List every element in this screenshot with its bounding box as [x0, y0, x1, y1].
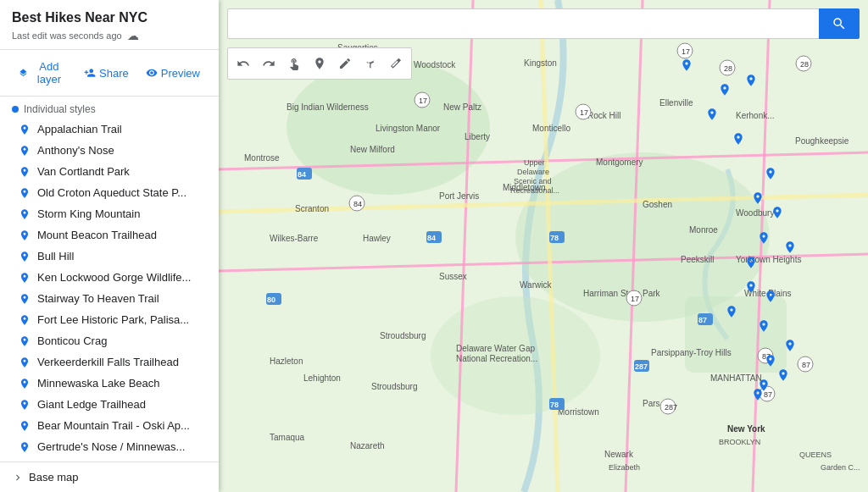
search-button[interactable]	[819, 8, 860, 39]
location-name: Van Cortlandt Park	[37, 165, 130, 178]
svg-text:QUEENS: QUEENS	[799, 451, 832, 459]
share-button[interactable]: Share	[77, 64, 136, 83]
map-pin[interactable]	[776, 367, 790, 384]
svg-text:Tamaqua: Tamaqua	[270, 433, 305, 442]
pin-icon	[19, 441, 31, 453]
svg-text:87: 87	[698, 316, 707, 324]
eye-icon	[146, 67, 158, 79]
map-pin[interactable]	[725, 303, 738, 320]
svg-text:87: 87	[802, 361, 810, 369]
svg-text:287: 287	[635, 362, 648, 371]
svg-text:Monticello: Monticello	[532, 124, 570, 133]
map-pin[interactable]	[757, 318, 771, 334]
location-item[interactable]: Ken Lockwood Gorge Wildlife...	[0, 267, 219, 288]
location-list: Appalachian Trail Anthony's Nose Van Cor…	[0, 119, 219, 462]
marker-button[interactable]	[308, 52, 331, 75]
svg-text:Wilkes-Barre: Wilkes-Barre	[270, 234, 319, 243]
location-name: Bear Mountain Trail - Oski Ap...	[37, 419, 190, 432]
map-pin[interactable]	[744, 72, 758, 89]
hand-tool-button[interactable]	[282, 52, 306, 75]
layer-section: Individual styles Appalachian Trail Anth…	[0, 97, 219, 462]
location-name: Stairway To Heaven Trail	[37, 292, 159, 305]
map-pin[interactable]	[757, 229, 771, 246]
preview-button[interactable]: Preview	[139, 64, 207, 83]
map-pin[interactable]	[764, 352, 777, 369]
svg-text:Stroudsburg: Stroudsburg	[371, 382, 417, 391]
svg-text:Kerhonk...: Kerhonk...	[736, 111, 775, 120]
last-edit-text: Last edit was seconds ago ☁	[12, 29, 207, 42]
svg-text:New York: New York	[727, 424, 765, 434]
undo-button[interactable]	[231, 52, 255, 75]
search-bar	[227, 8, 860, 39]
map-area[interactable]: Phoenicia Saugerties Woodstock Big India…	[219, 0, 868, 492]
svg-text:Liberty: Liberty	[465, 132, 490, 141]
pin-icon	[19, 145, 31, 157]
svg-text:National Recreation...: National Recreation...	[456, 354, 537, 363]
location-item[interactable]: Verkeerderkill Falls Trailhead	[0, 351, 219, 373]
location-item[interactable]: Bull Hill	[0, 246, 219, 267]
svg-text:Hawley: Hawley	[363, 234, 391, 243]
route-button[interactable]	[359, 52, 382, 75]
location-item[interactable]: Anthony's Nose	[0, 140, 219, 161]
pin-icon	[19, 378, 31, 390]
map-pin[interactable]	[764, 288, 777, 305]
svg-text:Lehighton: Lehighton	[303, 373, 341, 383]
map-pin[interactable]	[744, 279, 758, 296]
map-pin[interactable]	[705, 106, 719, 123]
svg-text:Sussex: Sussex	[439, 272, 467, 281]
location-item[interactable]: Bear Mountain Trail - Oski Ap...	[0, 415, 219, 436]
pin-icon	[19, 208, 31, 220]
svg-text:Goshen: Goshen	[643, 200, 672, 209]
location-item[interactable]: Storm King Mountain	[0, 203, 219, 224]
svg-text:Parsippany-Troy Hills: Parsippany-Troy Hills	[651, 348, 732, 357]
map-pin[interactable]	[751, 190, 765, 207]
pin-icon	[19, 357, 31, 368]
measure-button[interactable]	[384, 52, 408, 75]
pin-icon	[19, 229, 31, 241]
cloud-icon: ☁	[127, 29, 139, 42]
svg-text:80: 80	[267, 296, 275, 304]
map-toolbar	[227, 47, 412, 80]
map-title: Best Hikes Near NYC	[12, 10, 207, 25]
location-item[interactable]: Fort Lee Historic Park, Palisa...	[0, 309, 219, 330]
pin-icon	[19, 420, 31, 432]
map-pin[interactable]	[732, 130, 745, 147]
panel-actions: Add layer Share Preview	[0, 50, 219, 97]
pin-icon	[19, 272, 31, 284]
search-input[interactable]	[227, 8, 819, 39]
location-item[interactable]: Old Croton Aqueduct State P...	[0, 182, 219, 203]
location-item[interactable]: Appalachian Trail	[0, 119, 219, 140]
map-pin[interactable]	[751, 386, 765, 403]
svg-text:Poughkeepsie: Poughkeepsie	[795, 136, 849, 146]
svg-text:Ellenville: Ellenville	[659, 98, 693, 108]
svg-text:Upper: Upper	[524, 158, 545, 167]
location-item[interactable]: Minnewaska Lake Beach	[0, 373, 219, 394]
location-item[interactable]: Van Cortlandt Park	[0, 161, 219, 182]
map-pin[interactable]	[744, 254, 758, 271]
svg-text:287: 287	[665, 403, 677, 412]
location-item[interactable]: Mount Beacon Trailhead	[0, 224, 219, 246]
svg-text:Woodbury: Woodbury	[736, 208, 774, 218]
location-name: Appalachian Trail	[37, 123, 122, 135]
location-item[interactable]: Stairway To Heaven Trail	[0, 288, 219, 309]
location-item[interactable]: Gertrude's Nose / Minnewas...	[0, 436, 219, 457]
svg-text:84: 84	[427, 234, 436, 242]
map-pin[interactable]	[783, 239, 797, 256]
draw-button[interactable]	[333, 52, 357, 75]
add-layer-button[interactable]: Add layer	[12, 57, 74, 89]
map-pin[interactable]	[771, 204, 784, 221]
redo-button[interactable]	[257, 52, 281, 75]
pin-icon	[19, 335, 31, 347]
map-pin[interactable]	[680, 57, 693, 74]
map-pin[interactable]	[783, 337, 797, 354]
map-pin[interactable]	[718, 81, 732, 98]
location-name: Minnewaska Lake Beach	[37, 377, 160, 390]
svg-text:28: 28	[724, 64, 732, 73]
map-pin[interactable]	[764, 165, 777, 182]
base-map-section[interactable]: Base map	[0, 462, 219, 492]
location-item[interactable]: Bonticou Crag	[0, 330, 219, 351]
location-item[interactable]: Giant Ledge Trailhead	[0, 394, 219, 415]
chevron-right-icon	[12, 472, 24, 484]
location-name: Verkeerderkill Falls Trailhead	[37, 356, 179, 368]
location-name: Ken Lockwood Gorge Wildlife...	[37, 271, 191, 284]
